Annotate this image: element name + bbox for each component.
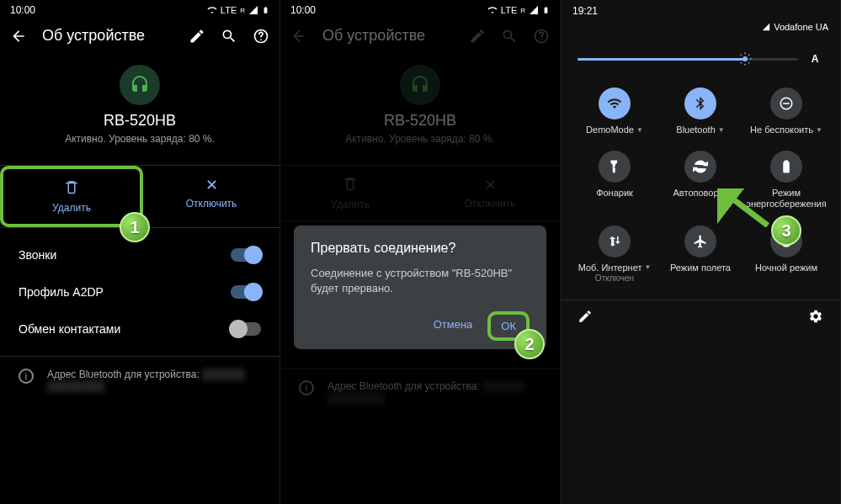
- signal-label: LTE: [221, 5, 237, 15]
- toggle-contacts[interactable]: [231, 322, 261, 336]
- status-bar: 10:00 LTER: [280, 0, 560, 20]
- tile-bluetooth[interactable]: Bluetooth▼: [660, 88, 741, 135]
- back-icon[interactable]: [10, 28, 27, 45]
- marker-1: 1: [120, 212, 150, 242]
- delete-button[interactable]: Удалить 1: [0, 166, 143, 227]
- toggle-calls[interactable]: [231, 248, 261, 262]
- qs-status-bar: 19:21: [561, 0, 840, 22]
- panel-device-details-1: 10:00 LTE R Об устройстве RB-520HB Актив…: [0, 0, 280, 504]
- ok-button[interactable]: ОК 2: [487, 311, 530, 341]
- edit-icon[interactable]: [469, 28, 486, 45]
- page-title: Об устройстве: [322, 27, 454, 45]
- close-icon: ✕: [143, 176, 279, 194]
- cancel-button[interactable]: Отмена: [425, 311, 482, 341]
- status-icons: LTE R: [207, 4, 269, 16]
- action-row: Удалить 1 ✕ Отключить: [0, 165, 279, 228]
- chevron-down-icon: ▼: [816, 126, 822, 135]
- settings-list: Звонки Профиль A2DP Обмен контактами: [0, 228, 279, 356]
- headphone-icon: [400, 65, 440, 105]
- toggle-a2dp[interactable]: [231, 285, 261, 299]
- search-icon[interactable]: [501, 28, 518, 45]
- bt-address-label: Адрес Bluetooth для устройства:: [47, 369, 200, 380]
- dialog-title: Прервать соединение?: [311, 241, 530, 256]
- dnd-icon: [770, 88, 802, 119]
- dialog-actions: Отмена ОК 2: [311, 311, 530, 341]
- carrier-label: Vodafone UA: [774, 22, 828, 32]
- mobile-data-icon: [599, 225, 631, 257]
- trash-icon: [280, 176, 420, 195]
- headphone-icon: [120, 65, 160, 105]
- disconnect-button[interactable]: ✕ Отключить: [143, 166, 279, 227]
- tile-dnd[interactable]: Не беспокоить▼: [746, 88, 827, 135]
- tile-mobile-data[interactable]: Моб. Интернет▼ Отключен: [574, 225, 655, 283]
- bluetooth-icon: [684, 88, 716, 119]
- battery-icon: [770, 151, 802, 183]
- status-bar: 10:00 LTE R: [0, 0, 279, 20]
- status-time: 10:00: [10, 4, 35, 16]
- delete-label: Удалить: [52, 202, 91, 214]
- wifi-icon: [599, 88, 631, 119]
- device-name: RB-520HB: [0, 112, 279, 130]
- disconnect-dialog: Прервать соединение? Соединение с устрой…: [294, 225, 546, 349]
- panel-device-details-2: 10:00 LTER Об устройстве RB-520HB Активн…: [280, 0, 561, 504]
- device-status: Активно. Уровень заряда: 80 %.: [280, 133, 560, 145]
- disconnect-label: Отключить: [186, 198, 237, 210]
- chevron-down-icon: ▼: [718, 126, 725, 135]
- setting-contacts[interactable]: Обмен контактами: [0, 310, 279, 347]
- dialog-body: Соединение с устройством "RB-520HB" буде…: [311, 266, 530, 296]
- brightness-thumb-icon[interactable]: [737, 51, 753, 66]
- device-name: RB-520HB: [280, 112, 560, 130]
- close-icon: ✕: [420, 176, 560, 194]
- edit-tiles-icon[interactable]: [578, 309, 593, 324]
- status-icons: LTER: [487, 4, 550, 16]
- auto-brightness-icon[interactable]: A: [806, 50, 823, 67]
- brightness-slider[interactable]: A: [561, 39, 840, 79]
- marker-3: 3: [771, 215, 801, 246]
- panel-quick-settings: 19:21 Vodafone UA A DemoMode▼ Bluetooth▼…: [561, 0, 841, 504]
- help-icon[interactable]: [533, 28, 550, 45]
- tile-wifi[interactable]: DemoMode▼: [574, 88, 655, 135]
- setting-a2dp[interactable]: Профиль A2DP: [0, 273, 279, 310]
- bt-address-row: i Адрес Bluetooth для устройства: ██████…: [280, 368, 560, 416]
- chevron-down-icon: ▼: [644, 263, 651, 272]
- status-time: 10:00: [290, 4, 316, 16]
- carrier-row: Vodafone UA: [561, 22, 840, 39]
- flashlight-icon: [599, 151, 631, 183]
- app-bar: Об устройстве: [0, 20, 279, 51]
- chevron-down-icon: ▼: [636, 126, 643, 135]
- action-row: Удалить ✕ Отключить: [280, 165, 560, 221]
- airplane-icon: [684, 225, 716, 257]
- app-bar: Об устройстве: [280, 20, 560, 51]
- qs-tile-grid: DemoMode▼ Bluetooth▼ Не беспокоить▼ Фона…: [561, 79, 840, 300]
- help-icon[interactable]: [253, 28, 269, 45]
- info-icon: i: [19, 369, 34, 384]
- delete-button[interactable]: Удалить: [280, 166, 420, 220]
- trash-icon: [3, 179, 140, 199]
- setting-calls[interactable]: Звонки: [0, 236, 279, 273]
- device-status: Активно. Уровень заряда: 80 %.: [0, 133, 279, 145]
- qs-footer: [561, 300, 840, 332]
- device-header: RB-520HB Активно. Уровень заряда: 80 %.: [0, 51, 279, 155]
- status-time: 19:21: [572, 5, 598, 17]
- edit-icon[interactable]: [189, 28, 205, 45]
- page-title: Об устройстве: [42, 27, 173, 45]
- rotate-icon: [684, 151, 716, 183]
- back-icon[interactable]: [290, 28, 307, 45]
- search-icon[interactable]: [221, 28, 237, 45]
- brightness-track[interactable]: [578, 58, 798, 61]
- settings-gear-icon[interactable]: [808, 309, 823, 324]
- bt-address-row: i Адрес Bluetooth для устройства: ██████…: [0, 356, 279, 404]
- disconnect-button[interactable]: ✕ Отключить: [420, 166, 560, 220]
- svg-point-2: [743, 56, 748, 61]
- tile-airplane[interactable]: Режим полета: [660, 225, 741, 283]
- device-header: RB-520HB Активно. Уровень заряда: 80 %.: [280, 51, 560, 155]
- info-icon: i: [299, 380, 314, 395]
- tile-flashlight[interactable]: Фонарик: [574, 151, 655, 210]
